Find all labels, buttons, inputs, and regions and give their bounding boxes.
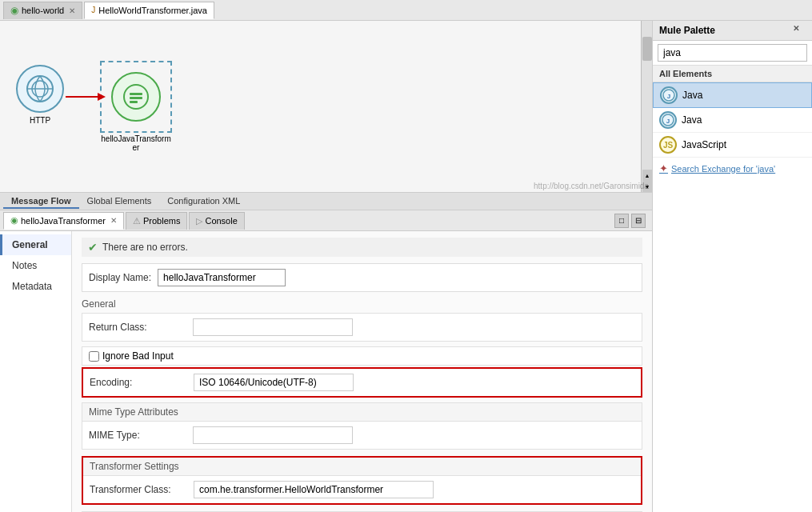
tab-global-elements[interactable]: Global Elements <box>79 194 160 209</box>
prop-tab-icon: ◉ <box>10 215 18 226</box>
canvas-tabs: Message Flow Global Elements Configurati… <box>0 193 652 210</box>
flow-connector <box>0 21 640 177</box>
prop-tab-close[interactable]: ✕ <box>110 216 117 225</box>
svg-rect-7 <box>130 97 142 99</box>
http-icon-box <box>16 65 64 113</box>
palette-panel: Mule Palette ✕ All Elements J Java <box>652 21 812 512</box>
watermark: http://blog.csdn.net/Garonsimida <box>530 180 652 192</box>
transformer-class-label: Transformer Class: <box>90 484 194 495</box>
encoding-label: Encoding: <box>90 377 194 388</box>
tab-icon: ◉ <box>10 5 18 16</box>
palette-search-area <box>653 41 812 66</box>
ignore-bad-input-label: Ignore Bad Input <box>102 350 174 362</box>
scrollbar-thumb <box>642 37 652 61</box>
flow-canvas: HTTP helloJavaTr <box>0 21 640 177</box>
java-1-icon: J <box>660 86 678 104</box>
http-node[interactable]: HTTP <box>16 65 64 125</box>
java-1-label: Java <box>682 90 702 101</box>
transformer-node[interactable]: helloJavaTransformer <box>100 61 172 152</box>
tab-message-flow[interactable]: Message Flow <box>3 194 79 209</box>
palette-item-javascript[interactable]: JS JavaScript <box>653 133 812 158</box>
problems-icon: ⚠ <box>133 216 141 226</box>
svg-text:J: J <box>667 93 670 100</box>
encoding-row: Encoding: <box>82 367 642 398</box>
prop-tab-console-label: Console <box>205 216 237 226</box>
encoding-input[interactable] <box>194 374 354 391</box>
javascript-label: JavaScript <box>682 139 726 150</box>
display-name-label: Display Name: <box>89 272 151 283</box>
palette-search-input[interactable] <box>658 44 807 62</box>
display-name-row: Display Name: <box>82 263 642 292</box>
tab-label: hello-world <box>22 6 64 15</box>
status-text: There are no errors. <box>102 242 188 253</box>
prop-sidebar: General Notes Metadata <box>0 231 72 512</box>
transformer-class-row: Transformer Class: <box>83 476 641 503</box>
tab-label: HelloWorldTransformer.java <box>98 6 207 15</box>
transformer-settings-header: Transformer Settings <box>83 458 641 476</box>
maximize-panel-btn[interactable]: ⊟ <box>631 214 646 228</box>
scroll-down-btn[interactable]: ▼ <box>642 181 652 192</box>
mime-type-input[interactable] <box>193 426 353 444</box>
ignore-bad-input-checkbox[interactable] <box>89 351 99 362</box>
svg-rect-6 <box>130 93 142 95</box>
java-file-icon: J <box>91 6 95 14</box>
svg-text:J: J <box>666 118 670 125</box>
return-class-input[interactable] <box>193 318 353 336</box>
console-icon: ▷ <box>196 216 202 226</box>
palette-close-btn[interactable]: ✕ <box>793 24 806 37</box>
prop-tabs-bar: ◉ helloJavaTransformer ✕ ⚠ Problems ▷ Co… <box>0 210 652 231</box>
left-panel: HTTP helloJavaTr <box>0 21 652 512</box>
palette-item-java-1[interactable]: J Java <box>653 82 812 108</box>
general-section-header: General <box>82 298 642 310</box>
prop-content: ✔ There are no errors. Display Name: Gen… <box>72 231 652 512</box>
ignore-bad-input-row: Ignore Bad Input <box>82 346 642 366</box>
sidebar-item-notes[interactable]: Notes <box>0 255 71 276</box>
search-exchange-link[interactable]: ✦ Search Exchange for 'java' <box>653 158 812 179</box>
sidebar-item-general[interactable]: General <box>0 234 71 255</box>
palette-section-label: All Elements <box>653 66 812 82</box>
javascript-icon: JS <box>659 136 677 154</box>
prop-tab-transformer[interactable]: ◉ helloJavaTransformer ✕ <box>3 212 124 230</box>
scroll-up-btn[interactable]: ▲ <box>642 170 652 181</box>
mime-section: Mime Type Attributes MIME Type: <box>82 402 642 450</box>
tab-hello-world[interactable]: ◉ hello-world ✕ <box>3 2 82 19</box>
prop-panel: General Notes Metadata ✔ There are no er… <box>0 231 652 512</box>
return-class-row: Return Class: <box>82 313 642 342</box>
http-label: HTTP <box>30 116 50 125</box>
exchange-icon: ✦ <box>659 162 668 174</box>
status-bar: ✔ There are no errors. <box>82 238 642 257</box>
minimize-panel-btn[interactable]: □ <box>614 214 629 228</box>
prop-tab-console[interactable]: ▷ Console <box>189 212 244 230</box>
tab-java-file[interactable]: J HelloWorldTransformer.java <box>84 2 214 19</box>
sidebar-item-metadata[interactable]: Metadata <box>0 276 71 297</box>
transformer-settings-section: Transformer Settings Transformer Class: <box>82 456 642 505</box>
transformer-label: helloJavaTransformer <box>100 134 172 152</box>
palette-title: Mule Palette <box>659 25 715 36</box>
java-2-icon: J <box>659 111 677 129</box>
display-name-input[interactable] <box>158 269 286 286</box>
tab-close[interactable]: ✕ <box>69 6 75 15</box>
canvas-area: HTTP helloJavaTr <box>0 21 652 193</box>
status-icon: ✔ <box>88 241 98 254</box>
main-container: HTTP helloJavaTr <box>0 21 812 512</box>
prop-tab-label: helloJavaTransformer <box>21 216 106 226</box>
canvas-scrollbar[interactable]: ▲ ▼ <box>641 21 652 192</box>
prop-tab-problems[interactable]: ⚠ Problems <box>126 212 187 230</box>
arrow-svg <box>0 21 640 181</box>
mime-type-row: MIME Type: <box>82 422 642 449</box>
search-link-label: Search Exchange for 'java' <box>671 164 775 174</box>
palette-header: Mule Palette ✕ <box>653 21 812 41</box>
tab-configuration-xml[interactable]: Configuration XML <box>159 194 248 209</box>
return-class-label: Return Class: <box>89 322 193 333</box>
prop-tab-problems-label: Problems <box>143 216 180 226</box>
transformer-class-input[interactable] <box>194 481 434 498</box>
svg-rect-8 <box>130 101 138 103</box>
mime-type-label: MIME Type: <box>89 430 193 441</box>
java-2-label: Java <box>682 114 702 126</box>
palette-item-java-2[interactable]: J Java <box>653 108 812 133</box>
palette-toolbar: ✕ <box>793 24 806 37</box>
mime-section-header: Mime Type Attributes <box>82 403 642 422</box>
top-tab-bar: ◉ hello-world ✕ J HelloWorldTransformer.… <box>0 0 812 21</box>
